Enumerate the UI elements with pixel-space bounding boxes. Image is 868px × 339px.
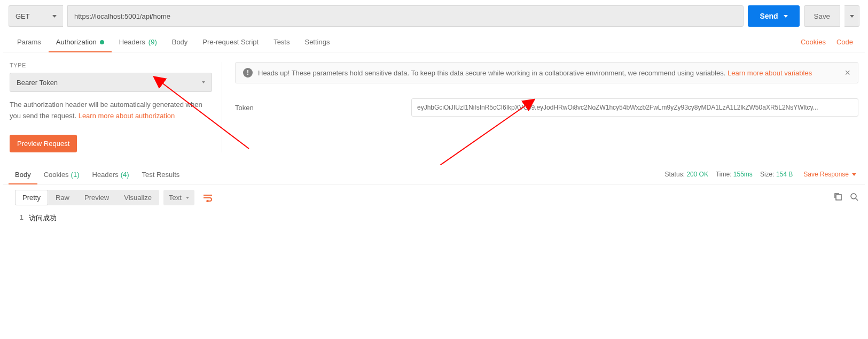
- chevron-down-icon: [202, 81, 205, 83]
- code-link[interactable]: Code: [831, 38, 858, 46]
- send-button[interactable]: Send: [748, 5, 799, 27]
- resp-tab-cookies[interactable]: Cookies (1): [37, 165, 86, 184]
- tab-pre-request[interactable]: Pre-request Script: [195, 32, 266, 52]
- chevron-down-icon: [852, 173, 856, 176]
- view-visualize[interactable]: Visualize: [116, 190, 159, 205]
- token-label: Token: [235, 104, 401, 112]
- tab-authorization[interactable]: Authorization: [49, 32, 112, 52]
- variables-learn-more-link[interactable]: Learn more about variables: [728, 69, 812, 77]
- response-line: 访问成功: [29, 211, 57, 225]
- close-icon[interactable]: ×: [844, 68, 850, 78]
- time-label: Time: 155ms: [716, 171, 753, 178]
- request-url-input[interactable]: [67, 5, 744, 27]
- chevron-down-icon: [52, 15, 57, 18]
- send-label: Send: [760, 12, 778, 20]
- bearer-token-input[interactable]: [411, 98, 858, 117]
- resp-tab-tests[interactable]: Test Results: [136, 165, 186, 184]
- save-dropdown-button[interactable]: [844, 5, 859, 27]
- response-lang-select[interactable]: Text: [163, 190, 194, 205]
- tab-tests[interactable]: Tests: [266, 32, 297, 52]
- search-icon[interactable]: [850, 192, 858, 203]
- chevron-down-icon: [850, 15, 854, 18]
- chevron-down-icon: [784, 15, 788, 18]
- view-mode-group: Pretty Raw Preview Visualize: [15, 190, 159, 205]
- cookies-link[interactable]: Cookies: [795, 38, 831, 46]
- auth-active-dot-icon: [100, 40, 104, 44]
- http-method-select[interactable]: GET: [9, 5, 63, 27]
- response-body: 1 访问成功: [3, 211, 865, 225]
- resp-tab-body[interactable]: Body: [9, 165, 37, 184]
- sensitive-data-notice: ! Heads up! These parameters hold sensit…: [235, 62, 858, 83]
- tab-settings[interactable]: Settings: [297, 32, 337, 52]
- view-preview[interactable]: Preview: [77, 190, 116, 205]
- svg-rect-2: [836, 195, 841, 200]
- auth-type-label: TYPE: [10, 62, 212, 68]
- info-icon: !: [243, 68, 253, 78]
- preview-request-button[interactable]: Preview Request: [10, 135, 77, 152]
- tab-body[interactable]: Body: [165, 32, 196, 52]
- response-format-bar: Pretty Raw Preview Visualize Text: [3, 184, 865, 211]
- line-number: 1: [3, 211, 29, 225]
- svg-point-3: [851, 194, 856, 199]
- response-tabs: Body Cookies (1) Headers (4) Test Result…: [3, 165, 865, 184]
- http-method-value: GET: [15, 12, 30, 20]
- request-tabs: Params Authorization Headers (9) Body Pr…: [3, 32, 865, 52]
- tab-params[interactable]: Params: [10, 32, 49, 52]
- line-wrap-toggle[interactable]: [199, 190, 217, 206]
- save-button[interactable]: Save: [804, 5, 840, 27]
- view-pretty[interactable]: Pretty: [15, 190, 48, 205]
- save-response-button[interactable]: Save Response: [800, 171, 859, 178]
- view-raw[interactable]: Raw: [48, 190, 77, 205]
- resp-tab-headers[interactable]: Headers (4): [86, 165, 136, 184]
- auth-type-select[interactable]: Bearer Token: [10, 73, 212, 92]
- size-label: Size: 154 B: [760, 171, 793, 178]
- tab-headers[interactable]: Headers (9): [112, 32, 165, 52]
- auth-help-text: The authorization header will be automat…: [10, 99, 212, 122]
- status-label: Status: 200 OK: [665, 171, 708, 178]
- save-label: Save: [814, 12, 830, 20]
- chevron-down-icon: [186, 197, 189, 199]
- auth-learn-more-link[interactable]: Learn more about authorization: [79, 112, 175, 120]
- auth-type-value: Bearer Token: [17, 79, 58, 87]
- copy-icon[interactable]: [834, 192, 842, 203]
